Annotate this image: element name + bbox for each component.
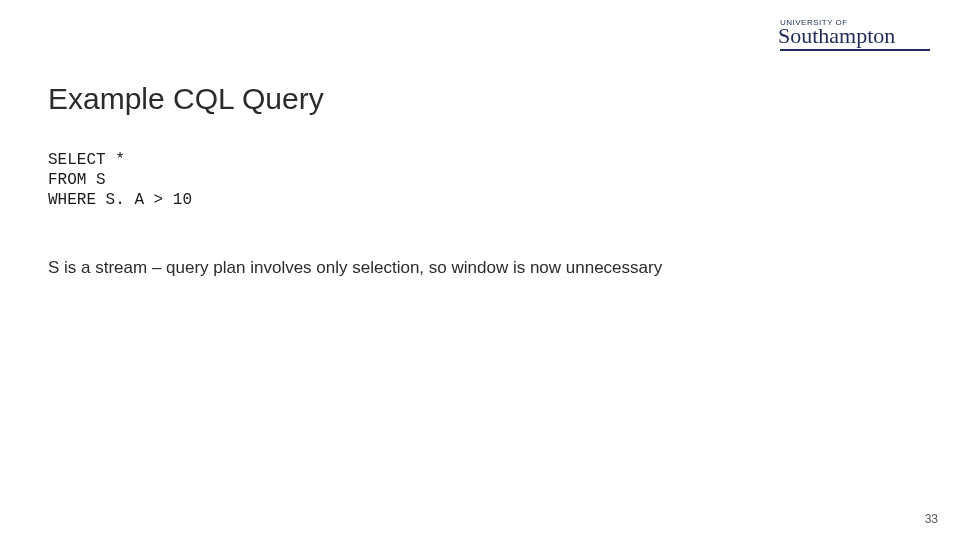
slide: UNIVERSITY OF Southampton Example CQL Qu… [0,0,960,540]
page-number: 33 [925,512,938,526]
logo-name: Southampton [778,25,930,47]
university-logo: UNIVERSITY OF Southampton [778,18,930,51]
code-block: SELECT * FROM S WHERE S. A > 10 [48,150,192,210]
slide-title: Example CQL Query [48,82,324,116]
body-text: S is a stream – query plan involves only… [48,258,662,278]
logo-underline [780,49,930,51]
